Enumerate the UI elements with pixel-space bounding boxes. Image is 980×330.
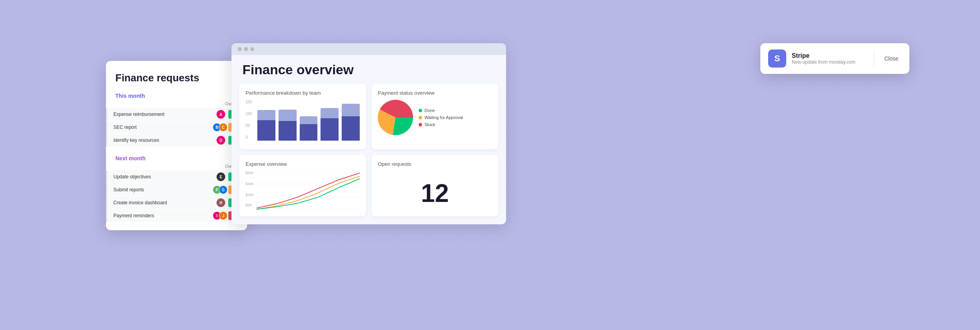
task-row[interactable]: Submit reports F G — [106, 183, 247, 196]
bar-group — [342, 100, 360, 141]
avatar-group: B C — [213, 123, 225, 132]
task-row[interactable]: SEC report B C — [106, 121, 247, 134]
line-chart-svg — [257, 171, 360, 210]
payment-status-widget: Payment status overview Don — [372, 84, 498, 149]
legend-label-stuck: Stuck — [424, 122, 435, 127]
this-month-header: This month — [106, 89, 247, 101]
chrome-dot-1 — [238, 47, 242, 51]
open-requests-count: 12 — [378, 171, 492, 208]
bar-segment-top — [257, 110, 275, 120]
chrome-dot-3 — [250, 47, 254, 51]
avatar: D — [217, 136, 225, 145]
y-label: $60K — [246, 171, 254, 175]
bar-group — [321, 100, 339, 141]
line-chart-area: $60K $40K $20K $0K — [246, 171, 360, 210]
y-label: 100 — [246, 112, 252, 116]
bar-segment-top — [321, 108, 339, 118]
notification-divider — [874, 51, 874, 66]
task-name: Update objectives — [110, 174, 217, 180]
legend-item-waiting: Waiting for Approval — [419, 115, 463, 120]
y-label: $40K — [246, 182, 254, 186]
finance-requests-panel: Finance requests This month Owner Expens… — [106, 61, 247, 230]
task-name: Create invoice dashboard — [110, 200, 217, 205]
task-name: Submit reports — [110, 187, 213, 192]
notification-title: Stripe — [792, 52, 867, 59]
pie-container: Done Waiting for Approval Stuck — [378, 100, 492, 135]
chrome-dot-2 — [244, 47, 248, 51]
notification-subtitle: New update from monday.com — [792, 59, 867, 65]
y-label: $0K — [246, 203, 252, 207]
bar-segment-top — [342, 104, 360, 116]
task-name: Payment reminders — [110, 213, 213, 218]
bar-segment-bottom — [342, 116, 360, 141]
expense-widget: Expense overview $60K $40K $20K $0K — [239, 155, 366, 216]
finance-requests-title: Finance requests — [106, 72, 247, 89]
widgets-grid: Performance breakdown by team 150 100 50… — [231, 84, 506, 216]
main-scene: Finance requests This month Owner Expens… — [0, 0, 980, 330]
avatar: E — [217, 172, 225, 181]
task-row[interactable]: Expense reimbursement A — [106, 108, 247, 121]
legend-dot-waiting — [419, 116, 422, 119]
legend-item-stuck: Stuck — [419, 122, 463, 127]
bar-segment-bottom — [257, 120, 275, 141]
task-row[interactable]: Payment reminders I J — [106, 209, 247, 222]
bar-group — [279, 100, 297, 141]
panel-chrome — [231, 43, 506, 55]
task-row[interactable]: Update objectives E — [106, 170, 247, 183]
stripe-notification: S Stripe New update from monday.com Clos… — [760, 43, 909, 74]
performance-widget: Performance breakdown by team 150 100 50… — [239, 84, 366, 149]
task-row[interactable]: Create invoice dashboard H — [106, 196, 247, 209]
bar-group — [257, 100, 275, 141]
y-label: $20K — [246, 193, 254, 197]
legend-label-done: Done — [424, 108, 435, 113]
y-label: 50 — [246, 123, 250, 128]
expense-widget-title: Expense overview — [246, 161, 360, 167]
overview-title: Finance overview — [231, 55, 506, 84]
avatar-group: I J — [213, 211, 225, 220]
pie-chart — [378, 100, 413, 135]
avatar: A — [217, 110, 225, 119]
y-label: 0 — [246, 135, 248, 139]
performance-widget-title: Performance breakdown by team — [246, 90, 360, 96]
task-row[interactable]: Identify key resources D — [106, 134, 247, 147]
stripe-icon-letter: S — [774, 53, 780, 64]
payment-status-title: Payment status overview — [378, 90, 492, 96]
task-name: SEC report — [110, 125, 213, 130]
notification-content: Stripe New update from monday.com — [792, 52, 867, 65]
open-requests-title: Open requests — [378, 161, 492, 167]
bar-segment-top — [279, 110, 297, 121]
avatar: H — [217, 198, 225, 207]
bar-chart-bars — [257, 100, 360, 143]
close-notification-button[interactable]: Close — [881, 53, 902, 64]
stripe-app-icon: S — [768, 50, 786, 68]
avatar-group: F G — [213, 185, 225, 194]
next-month-header: Next month — [106, 151, 247, 164]
y-label: 150 — [246, 100, 252, 104]
avatar: G — [219, 185, 228, 194]
task-name: Expense reimbursement — [110, 112, 217, 117]
avatar: C — [219, 123, 228, 132]
legend-dot-done — [419, 109, 422, 112]
finance-overview-panel: Finance overview Performance breakdown b… — [231, 43, 506, 224]
avatar: J — [219, 211, 228, 220]
bar-group — [300, 100, 318, 141]
bar-segment-bottom — [279, 121, 297, 141]
bar-segment-bottom — [300, 124, 318, 141]
open-requests-widget: Open requests 12 — [372, 155, 498, 216]
bar-segment-bottom — [321, 118, 339, 141]
legend-item-done: Done — [419, 108, 463, 113]
pie-legend: Done Waiting for Approval Stuck — [419, 108, 463, 127]
task-name: Identify key resources — [110, 138, 217, 143]
legend-label-waiting: Waiting for Approval — [424, 115, 463, 120]
legend-dot-stuck — [419, 123, 422, 126]
bar-segment-top — [300, 116, 318, 125]
